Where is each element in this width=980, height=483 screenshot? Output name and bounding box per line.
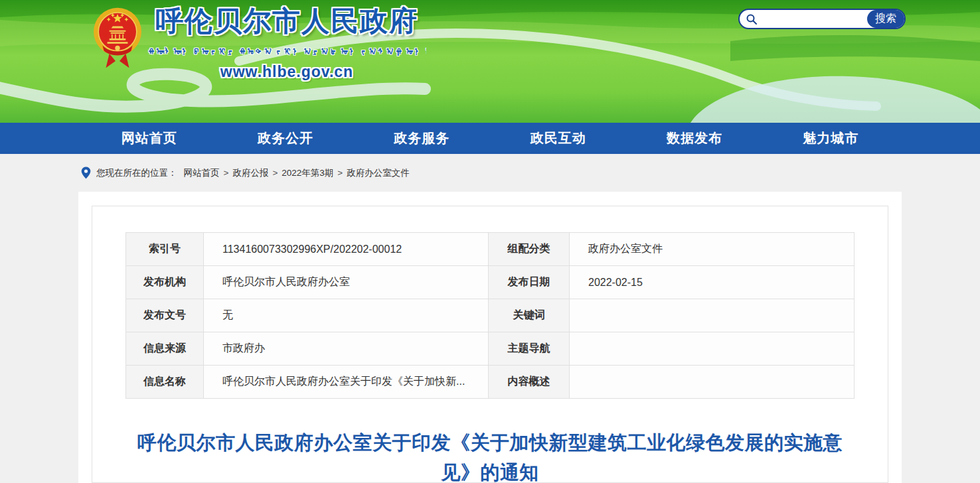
china-national-emblem-icon xyxy=(93,5,142,70)
meta-label: 主题导航 xyxy=(489,332,570,366)
breadcrumb-prefix: 您现在所在的位置： xyxy=(96,167,177,179)
main-navigation: 网站首页 政务公开 政务服务 政民互动 数据发布 魅力城市 xyxy=(0,123,980,154)
table-row: 发布文号 无 关键词 xyxy=(126,299,855,332)
table-row: 信息名称 呼伦贝尔市人民政府办公室关于印发《关于加快新... 内容概述 xyxy=(126,366,855,399)
meta-label: 信息名称 xyxy=(126,366,204,399)
search-box[interactable]: 搜索 xyxy=(738,9,906,29)
site-title: 呼伦贝尔市人民政府 xyxy=(147,3,426,40)
meta-value-keywords xyxy=(570,299,855,332)
document-panel: 索引号 1134160073302996XP/202202-00012 组配分类… xyxy=(92,206,888,483)
header-banner: 呼伦贝尔市人民政府 ᠬᠦᠯᠦᠨ ᠪᠤᠶᠢᠷ ᠬᠣᠲᠠ ᠶᠢᠨ ᠠᠷᠠᠳ ᠤᠨ ᠵ… xyxy=(0,0,980,123)
meta-label: 组配分类 xyxy=(489,233,570,266)
breadcrumb: 您现在所在的位置： 网站首页 > 政府公报 > 2022年第3期 > 政府办公室… xyxy=(81,154,899,192)
meta-label: 内容概述 xyxy=(489,366,570,399)
search-input[interactable] xyxy=(758,14,867,25)
nav-item-interaction[interactable]: 政民互动 xyxy=(490,123,626,154)
location-pin-icon xyxy=(81,167,91,179)
meta-label: 关键词 xyxy=(489,299,570,332)
breadcrumb-link-office-docs[interactable]: 政府办公室文件 xyxy=(347,167,410,179)
article-title: 呼伦贝尔市人民政府办公室关于印发《关于加快新型建筑工业化绿色发展的实施意见》的通… xyxy=(131,428,849,483)
nav-item-gov-services[interactable]: 政务服务 xyxy=(354,123,490,154)
meta-value-info-name: 呼伦贝尔市人民政府办公室关于印发《关于加快新... xyxy=(204,366,489,399)
meta-value-index-number: 1134160073302996XP/202202-00012 xyxy=(204,233,489,266)
meta-value-doc-number: 无 xyxy=(204,299,489,332)
meta-label: 发布机构 xyxy=(126,266,204,299)
meta-label: 索引号 xyxy=(126,233,204,266)
nav-item-home[interactable]: 网站首页 xyxy=(81,123,217,154)
table-row: 信息来源 市政府办 主题导航 xyxy=(126,332,855,366)
breadcrumb-link-gazette[interactable]: 政府公报 xyxy=(232,167,268,179)
breadcrumb-link-home[interactable]: 网站首页 xyxy=(184,167,220,179)
site-url: www.hlbe.gov.cn xyxy=(147,63,426,81)
breadcrumb-separator: > xyxy=(272,168,278,178)
nav-item-data-release[interactable]: 数据发布 xyxy=(626,123,762,154)
meta-value-topic-nav xyxy=(570,332,855,366)
breadcrumb-separator: > xyxy=(224,168,229,178)
mongolian-script-text: ᠬᠦᠯᠦᠨ ᠪᠤᠶᠢᠷ ᠬᠣᠲᠠ ᠶᠢᠨ ᠠᠷᠠᠳ ᠤᠨ ᠵᠠᠰᠠᠭ ᠤᠨ ᠣᠷ… xyxy=(147,43,426,62)
content-card: 索引号 1134160073302996XP/202202-00012 组配分类… xyxy=(78,192,902,483)
meta-value-summary xyxy=(570,366,855,399)
search-icon xyxy=(746,13,758,25)
meta-value-category: 政府办公室文件 xyxy=(570,233,855,266)
meta-label: 发布文号 xyxy=(126,299,204,332)
table-row: 索引号 1134160073302996XP/202202-00012 组配分类… xyxy=(126,233,855,266)
document-meta-table: 索引号 1134160073302996XP/202202-00012 组配分类… xyxy=(125,232,855,399)
search-button[interactable]: 搜索 xyxy=(867,10,904,28)
nav-item-city-charm[interactable]: 魅力城市 xyxy=(763,123,899,154)
nav-item-gov-info[interactable]: 政务公开 xyxy=(217,123,353,154)
breadcrumb-separator: > xyxy=(337,168,343,178)
meta-label: 信息来源 xyxy=(126,332,204,366)
meta-value-source: 市政府办 xyxy=(204,332,489,366)
table-row: 发布机构 呼伦贝尔市人民政府办公室 发布日期 2022-02-15 xyxy=(126,266,855,299)
meta-value-publisher: 呼伦贝尔市人民政府办公室 xyxy=(204,266,489,299)
meta-label: 发布日期 xyxy=(489,266,570,299)
meta-value-publish-date: 2022-02-15 xyxy=(570,266,855,299)
breadcrumb-link-issue[interactable]: 2022年第3期 xyxy=(282,167,333,179)
site-identity: 呼伦贝尔市人民政府 ᠬᠦᠯᠦᠨ ᠪᠤᠶᠢᠷ ᠬᠣᠲᠠ ᠶᠢᠨ ᠠᠷᠠᠳ ᠤᠨ ᠵ… xyxy=(147,3,426,81)
